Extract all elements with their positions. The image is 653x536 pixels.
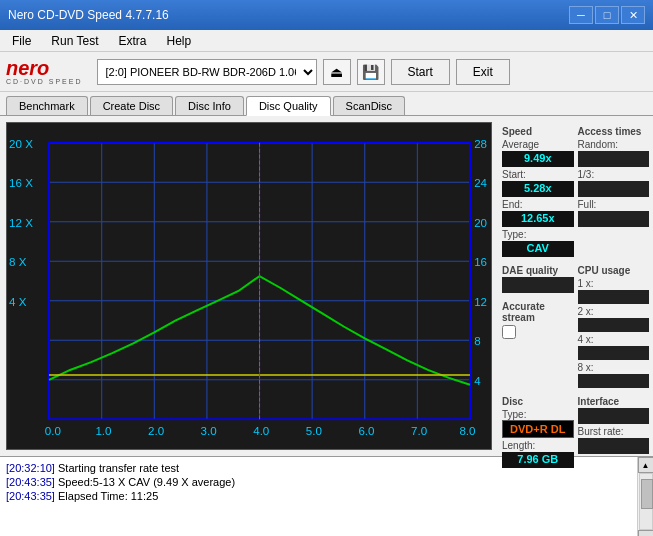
toolbar: nero CD·DVD SPEED [2:0] PIONEER BD-RW BD… [0,52,653,92]
2x-label: 2 x: [578,306,650,317]
one-third-label: 1/3: [578,169,650,180]
average-label: Average [502,139,574,150]
full-label: Full: [578,199,650,210]
svg-rect-0 [7,123,491,449]
svg-text:2.0: 2.0 [148,425,164,437]
log-area: [20:32:10] Starting transfer rate test [… [0,456,653,536]
access-times-section: Access times Random: 1/3: Full: [578,122,650,257]
log-content: [20:32:10] Starting transfer rate test [… [0,457,637,536]
end-label: End: [502,199,574,210]
1x-value [578,290,650,304]
svg-text:4.0: 4.0 [253,425,269,437]
end-value: 12.65x [502,211,574,227]
svg-text:8.0: 8.0 [459,425,475,437]
disc-type-value: DVD+R DL [502,420,574,438]
svg-text:16: 16 [474,257,487,269]
4x-label: 4 x: [578,334,650,345]
log-line-2: [20:43:35] Speed:5-13 X CAV (9.49 X aver… [6,475,631,489]
drive-select[interactable]: [2:0] PIONEER BD-RW BDR-206D 1.06 [97,59,317,85]
save-button[interactable]: 💾 [357,59,385,85]
random-label: Random: [578,139,650,150]
average-value: 9.49x [502,151,574,167]
svg-text:12: 12 [474,296,487,308]
burst-value [578,438,650,454]
log-line-3: [20:43:35] Elapsed Time: 11:25 [6,489,631,503]
tab-create-disc[interactable]: Create Disc [90,96,173,115]
type-label: Type: [502,229,574,240]
svg-text:12 X: 12 X [9,217,33,229]
svg-text:20 X: 20 X [9,138,33,150]
window-controls: ─ □ ✕ [569,6,645,24]
access-times-label: Access times [578,126,650,137]
exit-button[interactable]: Exit [456,59,510,85]
full-value [578,211,650,227]
svg-text:8: 8 [474,336,480,348]
menu-run-test[interactable]: Run Test [43,32,106,50]
scroll-down-button[interactable]: ▼ [638,530,654,536]
right-panel: Speed Average 9.49x Start: 5.28x End: 12… [498,116,653,456]
svg-text:3.0: 3.0 [201,425,217,437]
svg-text:4: 4 [474,375,480,387]
interface-value [578,408,650,424]
dae-section: DAE quality Accurate stream [502,261,574,388]
maximize-button[interactable]: □ [595,6,619,24]
svg-text:6.0: 6.0 [358,425,374,437]
8x-value [578,374,650,388]
log-scrollbar: ▲ ▼ [637,457,653,536]
disc-type-label: Disc [502,396,574,407]
svg-text:4 X: 4 X [9,296,27,308]
accurate-stream-checkbox[interactable] [502,325,516,339]
log-text-3: Elapsed Time: 11:25 [58,490,158,502]
scroll-track[interactable] [639,473,653,530]
main-content: 20 X 16 X 12 X 8 X 4 X 28 24 20 16 12 8 … [0,116,653,456]
length-label: Length: [502,440,574,451]
svg-text:8 X: 8 X [9,257,27,269]
cpu-usage-section: CPU usage 1 x: 2 x: 4 x: 8 x: [578,261,650,388]
log-text-2: Speed:5-13 X CAV (9.49 X average) [58,476,235,488]
tab-benchmark[interactable]: Benchmark [6,96,88,115]
window-title: Nero CD-DVD Speed 4.7.7.16 [8,8,169,22]
tab-disc-info[interactable]: Disc Info [175,96,244,115]
tab-scan-disc[interactable]: ScanDisc [333,96,405,115]
nero-logo: nero CD·DVD SPEED [6,58,83,85]
menu-extra[interactable]: Extra [110,32,154,50]
log-timestamp-2: [20:43:35] [6,476,55,488]
dae-label: DAE quality [502,265,574,276]
tabs-bar: Benchmark Create Disc Disc Info Disc Qua… [0,92,653,116]
chart-area: 20 X 16 X 12 X 8 X 4 X 28 24 20 16 12 8 … [6,122,492,450]
interface-label: Interface [578,396,650,407]
8x-label: 8 x: [578,362,650,373]
random-value [578,151,650,167]
dae-value [502,277,574,293]
start-button[interactable]: Start [391,59,450,85]
cpu-label: CPU usage [578,265,650,276]
menu-file[interactable]: File [4,32,39,50]
log-text-1: Starting transfer rate test [58,462,179,474]
svg-text:16 X: 16 X [9,178,33,190]
1x-label: 1 x: [578,278,650,289]
chart-svg: 20 X 16 X 12 X 8 X 4 X 28 24 20 16 12 8 … [7,123,491,449]
start-value: 5.28x [502,181,574,197]
log-line-1: [20:32:10] Starting transfer rate test [6,461,631,475]
type-value: CAV [502,241,574,257]
scroll-thumb[interactable] [641,479,653,509]
menu-bar: File Run Test Extra Help [0,30,653,52]
scroll-up-button[interactable]: ▲ [638,457,654,473]
svg-text:1.0: 1.0 [95,425,111,437]
minimize-button[interactable]: ─ [569,6,593,24]
eject-button[interactable]: ⏏ [323,59,351,85]
start-label: Start: [502,169,574,180]
svg-text:28: 28 [474,138,487,150]
log-timestamp-1: [20:32:10] [6,462,55,474]
2x-value [578,318,650,332]
speed-label: Speed [502,126,574,137]
disc-type-sub: Type: [502,409,574,420]
burst-label: Burst rate: [578,426,650,437]
svg-text:0.0: 0.0 [45,425,61,437]
svg-text:7.0: 7.0 [411,425,427,437]
close-button[interactable]: ✕ [621,6,645,24]
svg-text:24: 24 [474,178,487,190]
tab-disc-quality[interactable]: Disc Quality [246,96,331,116]
menu-help[interactable]: Help [159,32,200,50]
4x-value [578,346,650,360]
